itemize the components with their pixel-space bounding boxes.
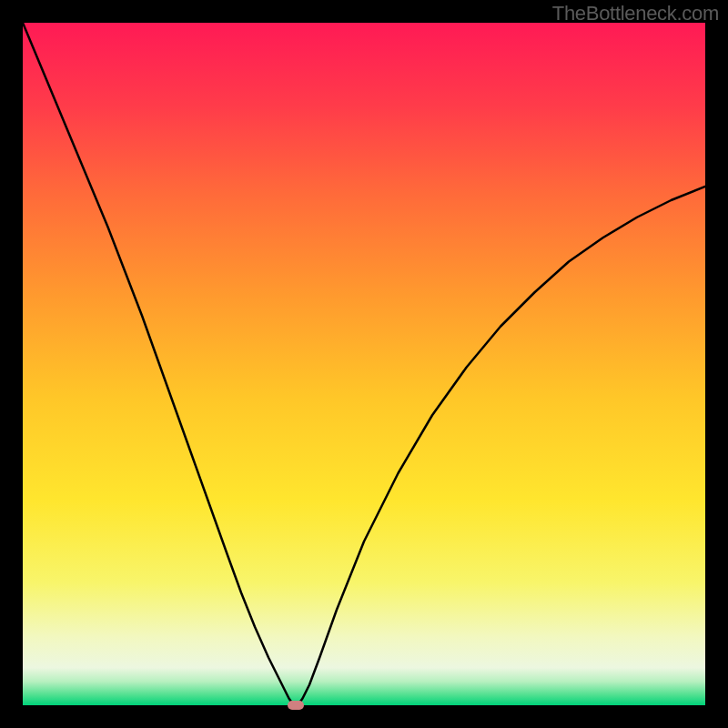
optimum-marker xyxy=(288,701,304,710)
watermark-text: TheBottleneck.com xyxy=(552,2,719,25)
plot-area xyxy=(23,23,705,705)
bottleneck-curve xyxy=(23,23,705,705)
